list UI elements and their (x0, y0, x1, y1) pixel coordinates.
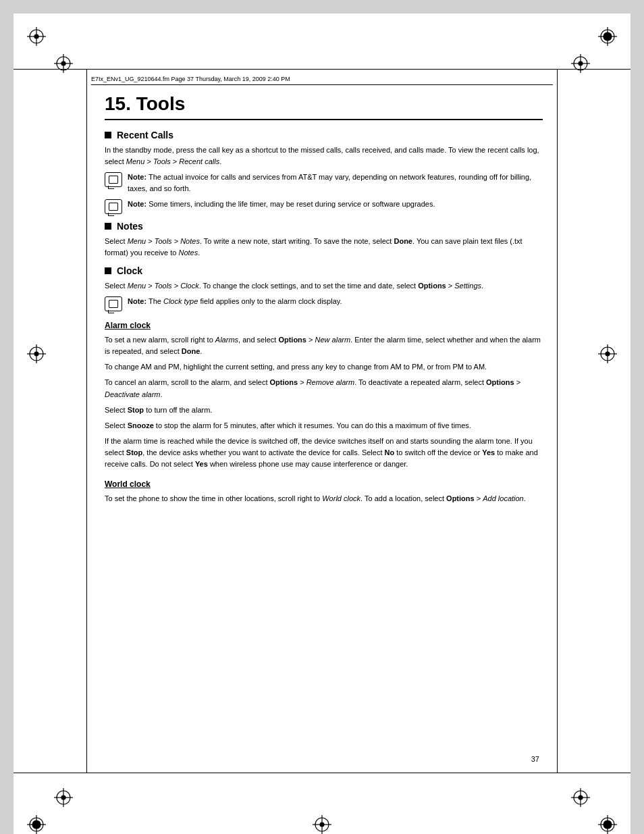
note-box-1: Note: The actual invoice for calls and s… (105, 172, 543, 194)
reg-mark-top-left-outer (27, 27, 46, 46)
alarm-clock-para-3: To cancel an alarm, scroll to the alarm,… (105, 377, 543, 400)
reg-mark-bot-left-outer (27, 815, 46, 834)
alarm-clock-para-1: To set a new alarm, scroll right to Alar… (105, 334, 543, 357)
page-number: 37 (531, 755, 539, 763)
reg-mark-bot-right-inner (571, 788, 590, 807)
section-heading-clock: Clock (105, 265, 543, 276)
note-box-3: Note: The Clock type field applies only … (105, 296, 543, 311)
reg-mark-top-right-outer (598, 27, 617, 46)
svg-point-23 (606, 352, 610, 356)
section-title-notes: Notes (117, 221, 143, 232)
main-content: 15. Tools Recent Calls In the standby mo… (105, 93, 543, 766)
svg-point-39 (603, 820, 612, 829)
note-text-2: Note: Some timers, including the life ti… (128, 199, 435, 210)
note-box-2: Note: Some timers, including the life ti… (105, 199, 543, 214)
top-border (14, 69, 630, 70)
reg-mark-bot-mid (313, 815, 331, 834)
recent-calls-body: In the standby mode, press the call key … (105, 145, 543, 167)
alarm-clock-para-6: If the alarm time is reached while the d… (105, 436, 543, 470)
note-text-3: Note: The Clock type field applies only … (128, 296, 342, 307)
header-bar: E7Ix_ENv1_UG_9210644.fm Page 37 Thursday… (91, 73, 553, 85)
svg-point-35 (320, 823, 324, 827)
svg-point-31 (61, 796, 65, 800)
alarm-clock-para-4: Select Stop to turn off the alarm. (105, 405, 543, 416)
reg-mark-mid-left (27, 344, 46, 363)
svg-point-15 (579, 61, 583, 66)
left-line (86, 69, 87, 773)
bullet-icon-recent-calls (105, 132, 111, 138)
section-title-clock: Clock (117, 265, 142, 276)
clock-body: Select Menu > Tools > Clock. To change t… (105, 280, 543, 292)
svg-point-7 (61, 61, 65, 66)
reg-mark-mid-right (598, 344, 617, 363)
right-line (557, 69, 558, 773)
bullet-icon-notes (105, 223, 111, 230)
note-icon-inner-2 (109, 203, 118, 211)
notes-body: Select Menu > Tools > Notes. To write a … (105, 236, 543, 259)
reg-mark-top-left-inner (54, 54, 73, 73)
svg-point-43 (579, 796, 583, 800)
svg-point-11 (603, 32, 612, 41)
note-icon-inner-3 (109, 300, 118, 308)
svg-point-19 (34, 352, 38, 356)
section-heading-notes: Notes (105, 221, 543, 232)
note-icon-2 (105, 199, 122, 214)
note-icon-inner-1 (109, 176, 118, 184)
note-icon-3 (105, 296, 122, 311)
section-title-recent-calls: Recent Calls (117, 130, 173, 140)
bottom-border (14, 773, 630, 773)
svg-point-3 (34, 34, 38, 38)
subsection-heading-world-clock: World clock (105, 479, 543, 489)
section-heading-recent-calls: Recent Calls (105, 130, 543, 140)
note-text-1: Note: The actual invoice for calls and s… (128, 172, 543, 194)
note-icon-1 (105, 172, 122, 187)
chapter-title: 15. Tools (105, 93, 543, 120)
alarm-clock-para-2: To change AM and PM, highlight the curre… (105, 361, 543, 373)
alarm-clock-para-5: Select Snooze to stop the alarm for 5 mi… (105, 420, 543, 432)
bullet-icon-clock (105, 267, 111, 274)
reg-mark-bot-left-inner (54, 788, 73, 807)
reg-mark-top-right-inner (571, 54, 590, 73)
subsection-heading-alarm-clock: Alarm clock (105, 321, 543, 330)
svg-point-27 (32, 820, 41, 829)
reg-mark-bot-right-outer (598, 815, 617, 834)
world-clock-para-1: To set the phone to show the time in oth… (105, 493, 543, 504)
header-text: E7Ix_ENv1_UG_9210644.fm Page 37 Thursday… (91, 76, 290, 82)
